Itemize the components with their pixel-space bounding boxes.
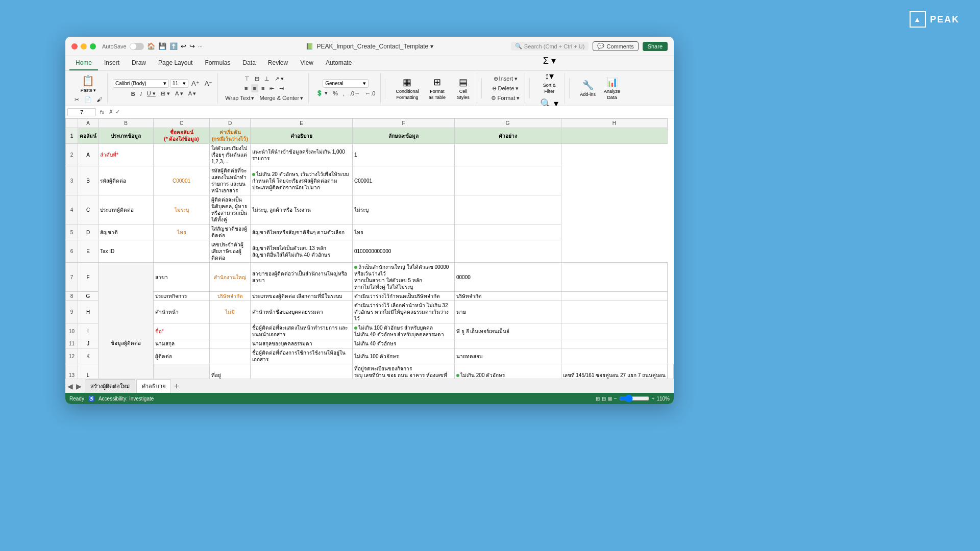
cell-col-g[interactable]: ไม่ระบุ xyxy=(353,195,455,224)
redo-icon[interactable]: ↪ xyxy=(189,42,195,50)
cell-col-d[interactable]: ไม่ระบุ xyxy=(154,195,210,224)
comments-button[interactable]: 💬 Comments xyxy=(593,41,638,51)
cell-col-f[interactable]: ไม่เกิน 20 ตัวอักษร, เว้นว่างไว้เพื่อให้… xyxy=(251,166,353,195)
col-header-b[interactable]: B xyxy=(99,119,154,128)
cell-col-c[interactable]: ผู้ติดต่อ xyxy=(154,348,210,364)
format-button[interactable]: ⚙ Format ▾ xyxy=(489,94,522,103)
cell-col-a[interactable]: J xyxy=(78,339,99,348)
copy-button[interactable]: 📄 xyxy=(82,95,93,104)
cell-col-a[interactable]: C xyxy=(78,195,99,224)
bold-button[interactable]: B xyxy=(129,90,137,98)
align-right-button[interactable]: ≡ xyxy=(259,84,266,92)
cell-col-f[interactable]: ไม่ระบุ, ลูกค้า หรือ โรงงาน xyxy=(251,195,353,224)
conditional-formatting-button[interactable]: ▦ Conditional Formatting xyxy=(393,75,422,102)
tab-draw[interactable]: Draw xyxy=(126,56,152,70)
zoom-in-button[interactable]: + xyxy=(652,396,655,402)
tab-page-layout[interactable]: Page Layout xyxy=(152,56,199,70)
insert-button[interactable]: ⊕ Insert ▾ xyxy=(492,74,520,83)
undo-icon[interactable]: ↩ xyxy=(181,42,186,50)
cell-col-g[interactable]: เลขที่ 145/161 ซอยคู่บอน 27 แยก 7 ถนนคู่… xyxy=(561,364,668,379)
cell-col-e[interactable]: ชื่อผู้ติดต่อที่จะแสดงในหน้าทำรายการ และ… xyxy=(251,323,353,339)
cell-styles-button[interactable]: ▤ Cell Styles xyxy=(452,75,474,102)
accounting-format-button[interactable]: 💲 ▾ xyxy=(314,89,330,97)
underline-button[interactable]: U ▾ xyxy=(145,89,158,98)
cell-col-f[interactable]: ไม่เกิน 100 ตัวอักษร xyxy=(353,348,455,364)
sheet-tab-create[interactable]: สร้างผู้ติดต่อใหม่ xyxy=(85,379,135,393)
add-ins-button[interactable]: 🔧 Add-ins xyxy=(577,78,599,98)
cell-col-g[interactable]: พี ยู อี เอ็นเทอร์เทนเม็นจ์ xyxy=(455,323,561,339)
cell-col-e[interactable]: ชื่อผู้ติดต่อที่ต้องการใช้การใช้งานให้อย… xyxy=(251,348,353,364)
minimize-button[interactable] xyxy=(81,43,87,49)
cell-col-f[interactable]: สัญชาติไทยหรือสัญชาติอื่นๆ ตามตัวเลือก xyxy=(251,224,353,240)
cell-col-a[interactable]: I xyxy=(78,323,99,339)
align-left-button[interactable]: ≡ xyxy=(242,84,250,92)
cell-col-g[interactable]: 0100000000000 xyxy=(353,240,455,263)
cell-col-a[interactable]: F xyxy=(78,263,99,292)
cell-col-e[interactable]: สาขาของผู้ติดต่อว่าเป็นสำนักงานใหญ่หรือส… xyxy=(251,263,353,292)
cell-col-g[interactable]: นายทดสอบ xyxy=(455,348,561,364)
cell-col-c[interactable]: ที่อยู่ xyxy=(210,364,251,379)
cell-col-e[interactable]: รหัสผู้ติดต่อที่จะแสดงในหน้าทำรายการ และ… xyxy=(210,166,251,195)
cell-col-a[interactable]: B xyxy=(78,166,99,195)
prev-sheet-button[interactable]: ◀ xyxy=(67,382,73,390)
cell-col-d[interactable]: ไทย xyxy=(154,224,210,240)
tab-view[interactable]: View xyxy=(294,56,320,70)
cell-col-d[interactable]: บริษัทจำกัด xyxy=(210,292,251,301)
zoom-out-button[interactable]: − xyxy=(614,396,617,402)
cell-col-g[interactable]: 00000 xyxy=(455,263,561,292)
align-bottom-button[interactable]: ⊥ xyxy=(262,74,272,83)
cell-col-e[interactable]: ประเภทของผู้ติดต่อ เลือกตามที่มีในระบบ xyxy=(251,292,353,301)
cell-col-g[interactable] xyxy=(455,339,561,348)
cell-col-f[interactable]: ไม่เกิน 100 ตัวอักษร สำหรับบุคคลไม่เกิน … xyxy=(353,323,455,339)
cell-col-d[interactable] xyxy=(154,240,210,263)
percent-button[interactable]: % xyxy=(331,89,340,97)
fill-color-button[interactable]: A ▾ xyxy=(173,89,185,98)
cell-col-e[interactable]: ใส่สัญชาติของผู้ติดต่อ xyxy=(210,224,251,240)
home-icon[interactable]: 🏠 xyxy=(147,42,155,50)
wrap-text-button[interactable]: Wrap Text ▾ xyxy=(223,94,256,103)
more-icon[interactable]: ··· xyxy=(198,43,203,49)
cell-col-e[interactable]: ผู้ติดต่อจะเป็นนิติบุคคล, ผู้หาย หรือสาม… xyxy=(210,195,251,224)
number-format-selector[interactable]: General ▾ xyxy=(323,79,369,88)
merge-center-button[interactable]: Merge & Center ▾ xyxy=(257,94,305,103)
delete-button[interactable]: ⊖ Delete ▾ xyxy=(490,84,521,93)
cell-col-e[interactable]: คำนำหน้าชื่อของบุคคลธรรมดา xyxy=(251,301,353,323)
cell-col-d[interactable] xyxy=(210,348,251,364)
paste-button[interactable]: 📋 Paste ▾ xyxy=(78,73,100,94)
cell-col-c[interactable]: สาขา xyxy=(154,263,210,292)
cell-col-e[interactable]: ใส่ตัวเลขเรียงไปเรื่อยๆ เริ่มต้นแต่ 1,2,… xyxy=(210,144,251,166)
cell-col-c[interactable]: รหัสผู้ติดต่อ xyxy=(99,166,154,195)
tab-formulas[interactable]: Formulas xyxy=(199,56,236,70)
col-header-g[interactable]: G xyxy=(455,119,561,128)
cell-col-a[interactable]: H xyxy=(78,301,99,323)
cancel-input-icon[interactable]: ✗ xyxy=(109,109,113,115)
italic-button[interactable]: I xyxy=(138,90,144,98)
increase-decimal-button[interactable]: .0→ xyxy=(348,89,362,97)
sort-filter-button[interactable]: ↕▾ Sort & Filter xyxy=(537,69,561,95)
zoom-slider[interactable] xyxy=(619,394,650,403)
confirm-input-icon[interactable]: ✓ xyxy=(115,109,120,115)
cell-col-f[interactable]: ไม่เกิน 200 ตัวอักษร xyxy=(455,364,561,379)
search-box[interactable]: 🔍 Search (Cmd + Ctrl + U) xyxy=(511,42,589,51)
cell-col-g[interactable]: ไทย xyxy=(353,224,455,240)
cell-col-c[interactable]: ชื่อ* xyxy=(154,323,210,339)
cell-col-a[interactable]: L xyxy=(78,364,99,379)
save-icon[interactable]: 💾 xyxy=(158,42,166,50)
font-size-selector[interactable]: 11 ▾ xyxy=(170,79,188,88)
close-button[interactable] xyxy=(71,43,78,49)
cell-col-c[interactable]: นามสกุล xyxy=(154,339,210,348)
analyze-data-button[interactable]: 📊 Analyze Data xyxy=(601,75,623,102)
border-button[interactable]: ⊞ ▾ xyxy=(159,89,172,98)
cell-col-a[interactable]: D xyxy=(78,224,99,240)
cell-col-d[interactable] xyxy=(210,339,251,348)
cell-col-c[interactable]: ลำดับที่* xyxy=(99,144,154,166)
decrease-indent-button[interactable]: ⇤ xyxy=(267,84,276,93)
tab-automate[interactable]: Automate xyxy=(320,56,358,70)
cell-col-g[interactable]: บริษัทจำกัด xyxy=(455,292,561,301)
cell-col-c[interactable]: Tax ID xyxy=(99,240,154,263)
decrease-font-button[interactable]: A⁻ xyxy=(203,79,215,88)
orientation-button[interactable]: ↗ ▾ xyxy=(273,74,286,83)
cell-col-g[interactable]: C00001 xyxy=(353,166,455,195)
page-break-view-icon[interactable]: ⊠ xyxy=(608,396,612,402)
page-layout-view-icon[interactable]: ⊟ xyxy=(602,396,606,402)
